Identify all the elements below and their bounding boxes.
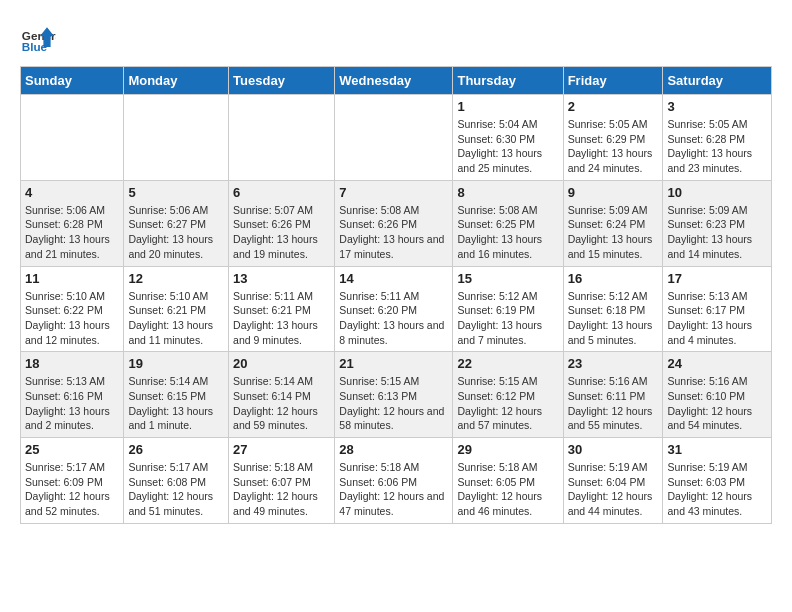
day-number: 6	[233, 185, 330, 200]
day-number: 4	[25, 185, 119, 200]
calendar-cell: 8Sunrise: 5:08 AM Sunset: 6:25 PM Daylig…	[453, 180, 563, 266]
day-info: Sunrise: 5:18 AM Sunset: 6:05 PM Dayligh…	[457, 460, 558, 519]
calendar-cell: 18Sunrise: 5:13 AM Sunset: 6:16 PM Dayli…	[21, 352, 124, 438]
day-info: Sunrise: 5:10 AM Sunset: 6:21 PM Dayligh…	[128, 289, 224, 348]
logo-icon: General Blue	[20, 20, 56, 56]
weekday-header: Thursday	[453, 67, 563, 95]
day-number: 21	[339, 356, 448, 371]
day-number: 23	[568, 356, 659, 371]
calendar-week-row: 4Sunrise: 5:06 AM Sunset: 6:28 PM Daylig…	[21, 180, 772, 266]
logo: General Blue	[20, 20, 56, 56]
day-number: 10	[667, 185, 767, 200]
day-info: Sunrise: 5:12 AM Sunset: 6:19 PM Dayligh…	[457, 289, 558, 348]
day-info: Sunrise: 5:19 AM Sunset: 6:03 PM Dayligh…	[667, 460, 767, 519]
calendar-cell: 29Sunrise: 5:18 AM Sunset: 6:05 PM Dayli…	[453, 438, 563, 524]
calendar-cell: 28Sunrise: 5:18 AM Sunset: 6:06 PM Dayli…	[335, 438, 453, 524]
day-number: 14	[339, 271, 448, 286]
day-number: 25	[25, 442, 119, 457]
weekday-header: Monday	[124, 67, 229, 95]
day-info: Sunrise: 5:14 AM Sunset: 6:15 PM Dayligh…	[128, 374, 224, 433]
calendar-cell: 27Sunrise: 5:18 AM Sunset: 6:07 PM Dayli…	[229, 438, 335, 524]
day-info: Sunrise: 5:05 AM Sunset: 6:29 PM Dayligh…	[568, 117, 659, 176]
calendar-week-row: 18Sunrise: 5:13 AM Sunset: 6:16 PM Dayli…	[21, 352, 772, 438]
calendar-cell: 21Sunrise: 5:15 AM Sunset: 6:13 PM Dayli…	[335, 352, 453, 438]
day-info: Sunrise: 5:12 AM Sunset: 6:18 PM Dayligh…	[568, 289, 659, 348]
day-number: 28	[339, 442, 448, 457]
calendar-cell: 9Sunrise: 5:09 AM Sunset: 6:24 PM Daylig…	[563, 180, 663, 266]
day-info: Sunrise: 5:11 AM Sunset: 6:21 PM Dayligh…	[233, 289, 330, 348]
day-number: 17	[667, 271, 767, 286]
day-number: 5	[128, 185, 224, 200]
calendar-cell: 13Sunrise: 5:11 AM Sunset: 6:21 PM Dayli…	[229, 266, 335, 352]
day-number: 3	[667, 99, 767, 114]
day-info: Sunrise: 5:18 AM Sunset: 6:06 PM Dayligh…	[339, 460, 448, 519]
day-info: Sunrise: 5:09 AM Sunset: 6:23 PM Dayligh…	[667, 203, 767, 262]
day-number: 9	[568, 185, 659, 200]
weekday-header-row: SundayMondayTuesdayWednesdayThursdayFrid…	[21, 67, 772, 95]
weekday-header: Sunday	[21, 67, 124, 95]
day-info: Sunrise: 5:07 AM Sunset: 6:26 PM Dayligh…	[233, 203, 330, 262]
weekday-header: Tuesday	[229, 67, 335, 95]
day-number: 1	[457, 99, 558, 114]
day-info: Sunrise: 5:08 AM Sunset: 6:26 PM Dayligh…	[339, 203, 448, 262]
day-number: 11	[25, 271, 119, 286]
day-number: 8	[457, 185, 558, 200]
calendar-cell: 3Sunrise: 5:05 AM Sunset: 6:28 PM Daylig…	[663, 95, 772, 181]
calendar-cell: 6Sunrise: 5:07 AM Sunset: 6:26 PM Daylig…	[229, 180, 335, 266]
calendar-table: SundayMondayTuesdayWednesdayThursdayFrid…	[20, 66, 772, 524]
calendar-cell: 4Sunrise: 5:06 AM Sunset: 6:28 PM Daylig…	[21, 180, 124, 266]
day-info: Sunrise: 5:17 AM Sunset: 6:09 PM Dayligh…	[25, 460, 119, 519]
day-info: Sunrise: 5:15 AM Sunset: 6:13 PM Dayligh…	[339, 374, 448, 433]
weekday-header: Friday	[563, 67, 663, 95]
calendar-cell: 10Sunrise: 5:09 AM Sunset: 6:23 PM Dayli…	[663, 180, 772, 266]
calendar-cell: 17Sunrise: 5:13 AM Sunset: 6:17 PM Dayli…	[663, 266, 772, 352]
calendar-cell: 15Sunrise: 5:12 AM Sunset: 6:19 PM Dayli…	[453, 266, 563, 352]
day-number: 15	[457, 271, 558, 286]
calendar-cell	[21, 95, 124, 181]
day-number: 2	[568, 99, 659, 114]
calendar-cell: 16Sunrise: 5:12 AM Sunset: 6:18 PM Dayli…	[563, 266, 663, 352]
day-number: 26	[128, 442, 224, 457]
day-info: Sunrise: 5:09 AM Sunset: 6:24 PM Dayligh…	[568, 203, 659, 262]
calendar-cell: 20Sunrise: 5:14 AM Sunset: 6:14 PM Dayli…	[229, 352, 335, 438]
calendar-week-row: 11Sunrise: 5:10 AM Sunset: 6:22 PM Dayli…	[21, 266, 772, 352]
calendar-cell: 31Sunrise: 5:19 AM Sunset: 6:03 PM Dayli…	[663, 438, 772, 524]
calendar-cell: 19Sunrise: 5:14 AM Sunset: 6:15 PM Dayli…	[124, 352, 229, 438]
day-info: Sunrise: 5:06 AM Sunset: 6:28 PM Dayligh…	[25, 203, 119, 262]
day-info: Sunrise: 5:13 AM Sunset: 6:17 PM Dayligh…	[667, 289, 767, 348]
day-info: Sunrise: 5:10 AM Sunset: 6:22 PM Dayligh…	[25, 289, 119, 348]
day-number: 16	[568, 271, 659, 286]
calendar-cell: 2Sunrise: 5:05 AM Sunset: 6:29 PM Daylig…	[563, 95, 663, 181]
calendar-cell: 7Sunrise: 5:08 AM Sunset: 6:26 PM Daylig…	[335, 180, 453, 266]
calendar-week-row: 25Sunrise: 5:17 AM Sunset: 6:09 PM Dayli…	[21, 438, 772, 524]
calendar-cell: 1Sunrise: 5:04 AM Sunset: 6:30 PM Daylig…	[453, 95, 563, 181]
day-info: Sunrise: 5:14 AM Sunset: 6:14 PM Dayligh…	[233, 374, 330, 433]
day-number: 12	[128, 271, 224, 286]
day-info: Sunrise: 5:16 AM Sunset: 6:11 PM Dayligh…	[568, 374, 659, 433]
day-info: Sunrise: 5:19 AM Sunset: 6:04 PM Dayligh…	[568, 460, 659, 519]
calendar-cell: 25Sunrise: 5:17 AM Sunset: 6:09 PM Dayli…	[21, 438, 124, 524]
weekday-header: Wednesday	[335, 67, 453, 95]
day-info: Sunrise: 5:17 AM Sunset: 6:08 PM Dayligh…	[128, 460, 224, 519]
day-info: Sunrise: 5:18 AM Sunset: 6:07 PM Dayligh…	[233, 460, 330, 519]
calendar-cell: 23Sunrise: 5:16 AM Sunset: 6:11 PM Dayli…	[563, 352, 663, 438]
calendar-cell: 26Sunrise: 5:17 AM Sunset: 6:08 PM Dayli…	[124, 438, 229, 524]
day-number: 30	[568, 442, 659, 457]
calendar-cell	[335, 95, 453, 181]
day-info: Sunrise: 5:08 AM Sunset: 6:25 PM Dayligh…	[457, 203, 558, 262]
day-info: Sunrise: 5:06 AM Sunset: 6:27 PM Dayligh…	[128, 203, 224, 262]
day-number: 13	[233, 271, 330, 286]
day-number: 24	[667, 356, 767, 371]
day-info: Sunrise: 5:16 AM Sunset: 6:10 PM Dayligh…	[667, 374, 767, 433]
calendar-cell: 11Sunrise: 5:10 AM Sunset: 6:22 PM Dayli…	[21, 266, 124, 352]
day-info: Sunrise: 5:11 AM Sunset: 6:20 PM Dayligh…	[339, 289, 448, 348]
day-info: Sunrise: 5:13 AM Sunset: 6:16 PM Dayligh…	[25, 374, 119, 433]
calendar-cell	[124, 95, 229, 181]
calendar-cell: 24Sunrise: 5:16 AM Sunset: 6:10 PM Dayli…	[663, 352, 772, 438]
calendar-week-row: 1Sunrise: 5:04 AM Sunset: 6:30 PM Daylig…	[21, 95, 772, 181]
day-number: 20	[233, 356, 330, 371]
day-number: 31	[667, 442, 767, 457]
day-number: 7	[339, 185, 448, 200]
day-number: 29	[457, 442, 558, 457]
day-info: Sunrise: 5:15 AM Sunset: 6:12 PM Dayligh…	[457, 374, 558, 433]
